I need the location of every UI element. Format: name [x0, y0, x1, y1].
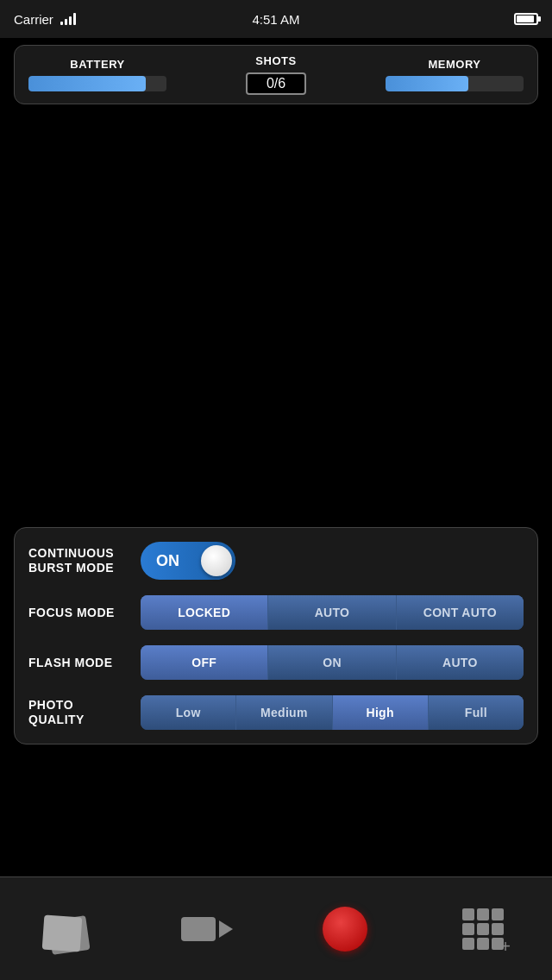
focus-auto-btn[interactable]: AUTO: [268, 595, 396, 630]
top-panel: BATTERY SHOTS 0/6 MEMORY: [14, 45, 538, 104]
flash-mode-label: FLASH MODE: [28, 656, 141, 670]
grid-button[interactable]: +: [453, 899, 513, 959]
battery-label: BATTERY: [70, 58, 124, 71]
focus-mode-row: FOCUS MODE LOCKED AUTO CONT AUTO: [28, 595, 524, 630]
carrier-label: Carrier: [14, 12, 53, 27]
memory-label: MEMORY: [428, 58, 480, 71]
record-icon: [323, 907, 367, 952]
toggle-on-label: ON: [156, 552, 179, 570]
controls-panel: CONTINUOUS BURST MODE ON FOCUS MODE LOCK…: [14, 527, 538, 744]
record-button[interactable]: [315, 899, 375, 959]
flash-auto-btn[interactable]: AUTO: [397, 645, 524, 680]
status-time: 4:51 AM: [252, 12, 299, 27]
shots-value: 0/6: [246, 72, 306, 95]
shots-section: SHOTS 0/6: [246, 54, 306, 95]
memory-bar: [386, 76, 524, 91]
quality-low-btn[interactable]: Low: [141, 695, 236, 730]
shots-label: SHOTS: [255, 54, 296, 67]
video-camera-icon: [181, 917, 233, 941]
status-bar: Carrier 4:51 AM: [0, 0, 552, 38]
battery-bar: [28, 76, 166, 91]
viewfinder[interactable]: [0, 104, 552, 518]
gallery-button[interactable]: [39, 899, 99, 959]
flash-mode-row: FLASH MODE OFF ON AUTO: [28, 645, 524, 680]
focus-locked-btn[interactable]: LOCKED: [141, 595, 268, 630]
burst-mode-row: CONTINUOUS BURST MODE ON: [28, 542, 524, 580]
battery-section: BATTERY: [28, 58, 166, 91]
flash-mode-options: OFF ON AUTO: [141, 645, 524, 680]
burst-mode-label: CONTINUOUS BURST MODE: [28, 546, 141, 575]
flash-off-btn[interactable]: OFF: [141, 645, 268, 680]
photo-quality-row: PHOTO QUALITY Low Medium High Full: [28, 695, 524, 730]
flash-on-btn[interactable]: ON: [268, 645, 396, 680]
toggle-knob: [201, 545, 232, 576]
focus-mode-options: LOCKED AUTO CONT AUTO: [141, 595, 524, 630]
photo-quality-label: PHOTO QUALITY: [28, 698, 141, 727]
quality-full-btn[interactable]: Full: [429, 695, 524, 730]
video-button[interactable]: [177, 899, 237, 959]
battery-status-icon: [514, 13, 538, 25]
gallery-icon: [43, 905, 95, 952]
focus-mode-label: FOCUS MODE: [28, 606, 141, 620]
memory-section: MEMORY: [386, 58, 524, 91]
bottom-toolbar: +: [0, 876, 552, 980]
quality-high-btn[interactable]: High: [333, 695, 429, 730]
burst-mode-toggle[interactable]: ON: [141, 542, 235, 580]
quality-medium-btn[interactable]: Medium: [236, 695, 332, 730]
memory-bar-fill: [386, 76, 468, 91]
grid-plus-icon: +: [462, 908, 504, 950]
battery-bar-fill: [28, 76, 146, 91]
wifi-icon: [60, 13, 76, 25]
focus-cont-auto-btn[interactable]: CONT AUTO: [397, 595, 524, 630]
photo-quality-options: Low Medium High Full: [141, 695, 524, 730]
